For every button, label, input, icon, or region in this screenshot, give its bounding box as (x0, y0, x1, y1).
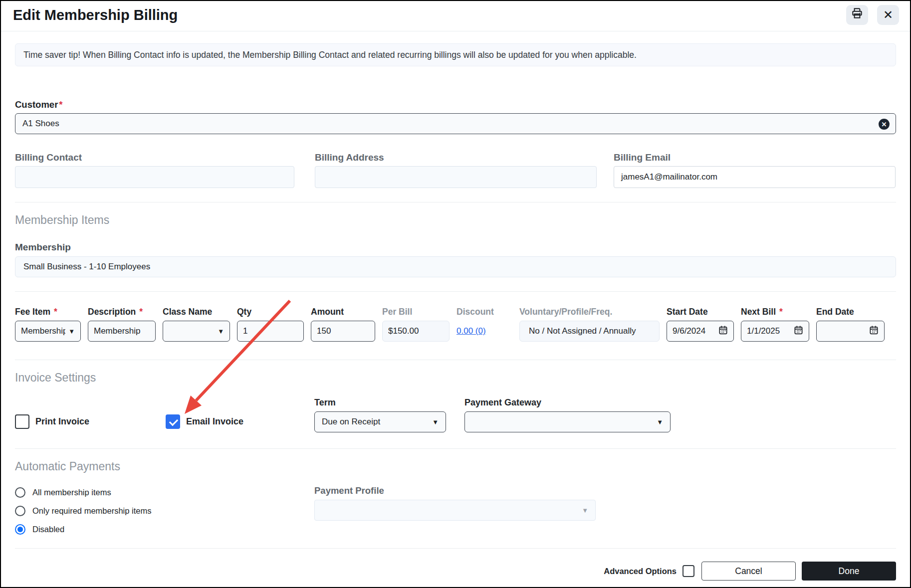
print-invoice-checkbox[interactable] (15, 414, 29, 429)
email-invoice-checkbox-group[interactable]: Email Invoice (166, 414, 314, 429)
next-bill-input[interactable]: 1/1/2025 (741, 321, 809, 342)
payment-profile-label: Payment Profile (314, 485, 596, 496)
billing-email-input[interactable]: jamesA1@mailinator.com (614, 166, 896, 188)
radio-all-membership-items[interactable]: All membership items (15, 485, 314, 499)
clear-customer-icon[interactable]: ✕ (879, 119, 890, 130)
done-button[interactable]: Done (802, 562, 896, 581)
payment-profile-select[interactable]: ▼ (314, 500, 596, 521)
chevron-down-icon: ▼ (68, 328, 75, 335)
chevron-down-icon: ▼ (657, 418, 663, 426)
amount-label: Amount (311, 307, 375, 317)
divider (15, 448, 896, 449)
tip-text: Time saver tip! When Billing Contact inf… (23, 50, 637, 60)
cancel-button[interactable]: Cancel (701, 562, 796, 581)
email-invoice-checkbox[interactable] (166, 414, 180, 429)
fee-item-label: Fee Item * (15, 307, 81, 317)
start-date-input[interactable]: 9/6/2024 (667, 321, 734, 342)
per-bill-field: $150.00 (382, 321, 450, 342)
next-bill-label: Next Bill * (741, 307, 809, 317)
divider (15, 360, 896, 360)
amount-input[interactable]: 150 (311, 321, 375, 342)
payment-gateway-label: Payment Gateway (464, 397, 671, 408)
modal-header: Edit Membership Billing ✕ (1, 1, 910, 31)
advanced-options-label: Advanced Options (604, 567, 677, 576)
chevron-down-icon: ▼ (218, 328, 224, 335)
membership-items-section-title: Membership Items (15, 213, 896, 227)
payment-gateway-select[interactable]: ▼ (464, 411, 671, 432)
discount-link[interactable]: 0.00 (0) (456, 326, 486, 336)
per-bill-label: Per Bill (382, 307, 450, 317)
description-input[interactable]: Membership (88, 321, 156, 342)
customer-input[interactable]: A1 Shoes ✕ (15, 113, 896, 134)
billing-contact-label: Billing Contact (15, 152, 294, 163)
tip-banner: Time saver tip! When Billing Contact inf… (15, 43, 896, 66)
membership-field[interactable]: Small Business - 1-10 Employees (15, 256, 896, 277)
start-date-label: Start Date (667, 307, 734, 317)
print-invoice-label: Print Invoice (35, 416, 89, 427)
class-name-label: Class Name (163, 307, 230, 317)
close-icon: ✕ (883, 8, 893, 22)
print-invoice-checkbox-group[interactable]: Print Invoice (15, 414, 166, 429)
print-icon (851, 7, 864, 23)
membership-label: Membership (15, 242, 896, 253)
email-invoice-label: Email Invoice (186, 416, 243, 427)
end-date-label: End Date (816, 307, 885, 317)
voluntary-field: No / Not Assigned / Annually (519, 321, 660, 342)
discount-label: Discount (456, 307, 512, 317)
radio-icon[interactable] (15, 524, 25, 535)
qty-input[interactable]: 1 (237, 321, 304, 342)
calendar-icon[interactable] (869, 325, 879, 337)
voluntary-label: Voluntary/Profile/Freq. (519, 307, 660, 317)
print-button[interactable] (846, 5, 868, 25)
billing-address-input[interactable] (315, 166, 597, 188)
customer-label: Customer* (15, 99, 896, 110)
advanced-options-checkbox[interactable] (683, 565, 694, 577)
calendar-icon[interactable] (718, 325, 728, 337)
fee-item-select[interactable]: Membership ▼ (15, 321, 81, 342)
radio-icon[interactable] (15, 487, 25, 498)
invoice-settings-section-title: Invoice Settings (15, 371, 896, 385)
billing-email-label: Billing Email (614, 152, 896, 163)
radio-icon[interactable] (15, 506, 25, 516)
divider (15, 291, 896, 292)
billing-contact-input[interactable] (15, 166, 294, 188)
divider (15, 202, 896, 202)
end-date-input[interactable] (816, 321, 885, 342)
description-label: Description * (88, 307, 156, 317)
term-select[interactable]: Due on Receipt ▼ (314, 411, 446, 432)
term-label: Term (314, 397, 446, 408)
radio-only-required-membership-items[interactable]: Only required membership items (15, 504, 314, 518)
fee-item-row: Fee Item * Membership ▼ Description * Me… (15, 307, 896, 342)
calendar-icon[interactable] (794, 325, 803, 337)
chevron-down-icon: ▼ (432, 418, 439, 426)
divider (15, 548, 896, 549)
close-button[interactable]: ✕ (877, 5, 899, 25)
required-asterisk: * (59, 99, 62, 110)
class-name-select[interactable]: ▼ (163, 321, 230, 342)
customer-value: A1 Shoes (22, 119, 59, 129)
qty-label: Qty (237, 307, 304, 317)
radio-disabled[interactable]: Disabled (15, 522, 314, 536)
chevron-down-icon: ▼ (582, 507, 588, 514)
billing-address-label: Billing Address (315, 152, 597, 163)
page-title: Edit Membership Billing (13, 5, 178, 23)
automatic-payments-section-title: Automatic Payments (15, 460, 896, 473)
